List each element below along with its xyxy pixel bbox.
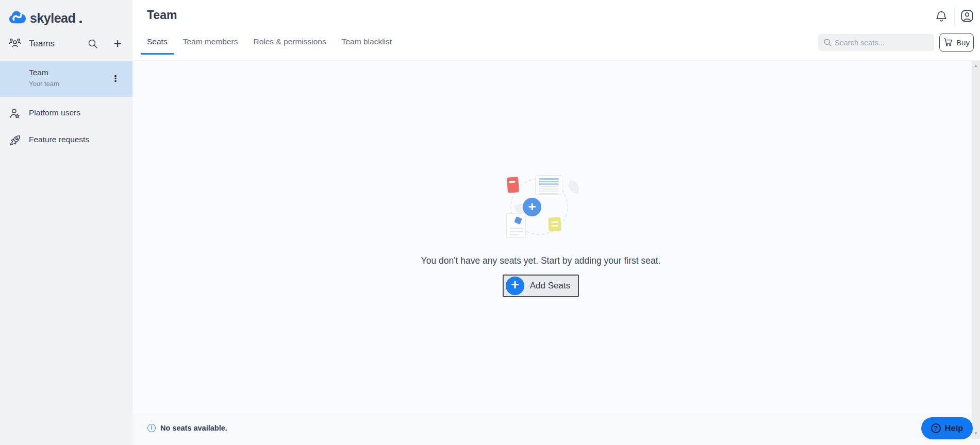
- teams-search-icon[interactable]: [87, 38, 98, 52]
- search-seats-box: [818, 34, 934, 51]
- tab-roles-permissions[interactable]: Roles & permissions: [247, 33, 332, 55]
- rocket-icon: [8, 134, 22, 149]
- search-icon: [823, 38, 833, 49]
- search-seats-input[interactable]: [835, 34, 930, 51]
- cloud-logo-icon: [9, 10, 26, 26]
- page-title: Team: [147, 8, 177, 22]
- teams-header: Teams +: [0, 31, 132, 57]
- yellow-sticky-shape: [548, 217, 561, 231]
- add-team-button[interactable]: +: [110, 35, 125, 52]
- portrait-document-shape: [506, 213, 526, 238]
- vertical-scrollbar[interactable]: ▲ ▼: [972, 61, 980, 439]
- add-seats-button[interactable]: + Add Seats: [503, 275, 579, 297]
- buy-button[interactable]: Buy: [939, 33, 974, 52]
- info-icon: i: [147, 424, 156, 432]
- tab-team-blacklist[interactable]: Team blacklist: [336, 33, 398, 55]
- teams-group-icon: [8, 37, 22, 53]
- plus-icon: +: [506, 277, 524, 295]
- buy-label: Buy: [956, 38, 970, 47]
- empty-state: + You don't have any seats yet. Start by…: [132, 61, 949, 297]
- seats-content: + You don't have any seats yet. Start by…: [132, 61, 972, 413]
- document-card-shape: [535, 175, 562, 195]
- sidebar-item-platform-users[interactable]: Platform users: [0, 101, 132, 126]
- sidebar-item-label: Feature requests: [29, 135, 89, 144]
- status-text: No seats available.: [160, 424, 227, 432]
- question-mark-icon: ?: [931, 423, 941, 433]
- page-header: Team Seats Team members Roles & permissi…: [132, 0, 980, 61]
- add-seats-label: Add Seats: [530, 281, 570, 291]
- account-icon[interactable]: [960, 9, 975, 24]
- red-notebook-shape: [507, 177, 519, 193]
- header-divider: [954, 7, 955, 26]
- tab-seats[interactable]: Seats: [141, 33, 174, 55]
- sidebar: skylead Teams + Team Your team ⋮: [0, 0, 132, 445]
- skylead-logo[interactable]: skylead: [9, 10, 82, 26]
- team-options-kebab-icon[interactable]: ⋮: [108, 71, 123, 87]
- footer-bar: i No seats available.: [132, 413, 980, 445]
- seats-status: i No seats available.: [147, 424, 227, 432]
- team-subtitle: Your team: [29, 80, 59, 88]
- tab-bar: Seats Team members Roles & permissions T…: [141, 33, 398, 55]
- notifications-bell-icon[interactable]: [934, 9, 950, 25]
- sidebar-item-feature-requests[interactable]: Feature requests: [0, 128, 132, 152]
- empty-illustration: +: [502, 174, 579, 239]
- teams-label: Teams: [29, 39, 55, 49]
- tab-team-members[interactable]: Team members: [177, 33, 244, 55]
- empty-state-message: You don't have any seats yet. Start by a…: [421, 255, 661, 266]
- sidebar-item-team[interactable]: Team Your team ⋮: [0, 61, 132, 97]
- team-name: Team: [29, 68, 48, 77]
- scroll-up-arrow-icon[interactable]: ▲: [972, 62, 980, 70]
- sidebar-item-label: Platform users: [29, 108, 80, 117]
- brand-dot: [79, 21, 82, 23]
- brand-name: skylead: [30, 11, 75, 26]
- help-button[interactable]: ? Help: [921, 417, 973, 439]
- cart-icon: [943, 37, 953, 48]
- scroll-down-arrow-icon[interactable]: ▼: [972, 430, 980, 438]
- user-star-icon: [8, 107, 22, 123]
- leaf-shape: [567, 180, 581, 194]
- help-label: Help: [945, 423, 964, 433]
